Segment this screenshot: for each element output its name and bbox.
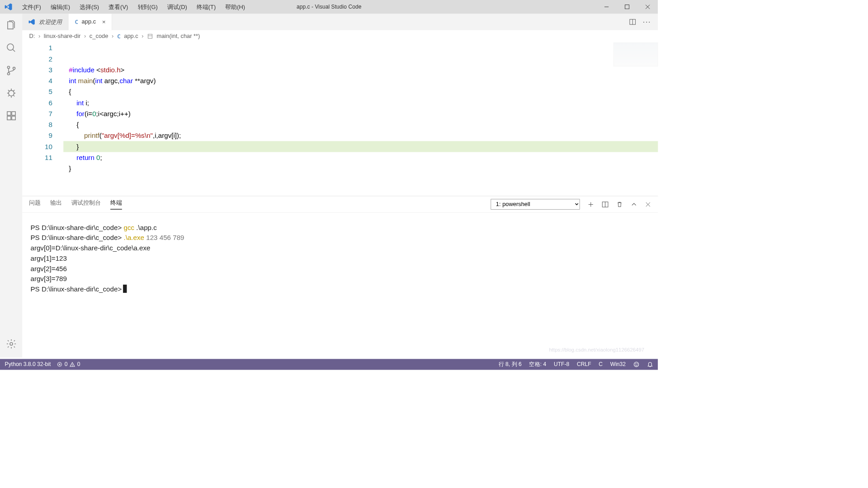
chevron-right-icon: ›	[112, 33, 113, 40]
status-python[interactable]: Python 3.8.0 32-bit	[5, 361, 51, 368]
svg-line-15	[13, 90, 14, 91]
menu-终端t[interactable]: 终端(T)	[192, 0, 220, 14]
status-os[interactable]: Win32	[610, 361, 626, 368]
tab-welcome[interactable]: 欢迎使用	[22, 14, 68, 30]
close-panel-icon[interactable]	[645, 201, 651, 207]
code-line[interactable]: return 0;	[63, 152, 658, 163]
svg-point-6	[7, 66, 9, 69]
split-editor-icon[interactable]	[629, 19, 636, 25]
split-terminal-icon[interactable]	[602, 201, 609, 208]
minimap[interactable]	[613, 42, 658, 66]
status-notifications[interactable]	[647, 361, 653, 368]
line-number: 8	[22, 119, 52, 130]
debug-activity[interactable]	[4, 86, 18, 100]
svg-rect-21	[12, 112, 15, 115]
terminal-output[interactable]: PS D:\linux-share-dir\c_code> gcc .\app.…	[22, 213, 658, 358]
breadcrumb-segment[interactable]: app.c	[124, 33, 138, 40]
menu-选择s[interactable]: 选择(S)	[75, 0, 104, 14]
svg-line-14	[8, 90, 9, 91]
line-number: 4	[22, 75, 52, 86]
status-encoding[interactable]: UTF-8	[554, 361, 569, 368]
svg-point-39	[637, 364, 637, 364]
chevron-up-icon[interactable]	[631, 201, 637, 208]
status-error-count: 0	[65, 361, 68, 368]
maximize-icon	[625, 5, 630, 9]
menu-调试d[interactable]: 调试(D)	[163, 0, 192, 14]
svg-line-17	[13, 95, 14, 96]
c-file-icon: C	[117, 33, 121, 40]
window-title: app.c - Visual Studio Code	[297, 4, 361, 10]
line-number: 7	[22, 108, 52, 119]
code-line[interactable]: {	[63, 119, 658, 130]
code-content[interactable]: #include <stdio.h>int main(int argc,char…	[63, 42, 658, 196]
line-number: 5	[22, 86, 52, 97]
panel-tab-2[interactable]: 调试控制台	[71, 199, 100, 209]
code-line[interactable]: printf("argv[%d]=%s\n",i,argv[i]);	[63, 130, 658, 141]
code-line[interactable]: #include <stdio.h>	[63, 65, 658, 75]
smiley-icon	[633, 361, 640, 368]
new-terminal-icon[interactable]	[587, 201, 594, 208]
vscode-logo-wrap	[0, 3, 17, 11]
panel-tab-3[interactable]: 终端	[110, 199, 122, 209]
menu-转到g[interactable]: 转到(G)	[133, 0, 163, 14]
menu-bar: 文件(F)编辑(E)选择(S)查看(V)转到(G)调试(D)终端(T)帮助(H)	[17, 0, 250, 14]
terminal-line: argv[1]=123	[30, 253, 650, 263]
editor-tabs: 欢迎使用 C app.c × ···	[22, 14, 658, 30]
tab-appc[interactable]: C app.c ×	[69, 14, 113, 30]
breadcrumb[interactable]: D:›linux-share-dir›c_code›Capp.c›main(in…	[22, 30, 658, 42]
maximize-button[interactable]	[617, 0, 637, 14]
panel-tab-0[interactable]: 问题	[29, 199, 41, 209]
settings-activity[interactable]	[4, 337, 18, 351]
svg-point-7	[7, 73, 9, 75]
menu-文件f[interactable]: 文件(F)	[17, 0, 46, 14]
breadcrumb-segment[interactable]: linux-share-dir	[44, 33, 81, 40]
scm-activity[interactable]	[4, 64, 18, 77]
code-line[interactable]: }	[63, 163, 658, 174]
more-actions-icon[interactable]: ···	[643, 18, 651, 27]
panel-tab-1[interactable]: 输出	[50, 199, 62, 209]
chevron-right-icon: ›	[38, 33, 40, 40]
line-gutter: 1234567891011	[22, 42, 63, 196]
titlebar: 文件(F)编辑(E)选择(S)查看(V)转到(G)调试(D)终端(T)帮助(H)…	[0, 0, 658, 14]
gear-icon	[6, 338, 17, 349]
activity-bar	[0, 14, 22, 357]
status-lang[interactable]: C	[599, 361, 603, 368]
close-button[interactable]	[637, 0, 658, 14]
error-icon	[57, 361, 62, 367]
menu-查看v[interactable]: 查看(V)	[104, 0, 133, 14]
explorer-activity[interactable]	[4, 19, 18, 32]
menu-编辑e[interactable]: 编辑(E)	[46, 0, 75, 14]
line-number: 1	[22, 42, 52, 53]
status-lncol[interactable]: 行 8, 列 6	[499, 361, 522, 368]
trash-icon[interactable]	[616, 201, 623, 208]
tab-close-button[interactable]: ×	[102, 19, 106, 26]
code-editor[interactable]: 1234567891011 #include <stdio.h>int main…	[22, 42, 658, 196]
terminal-line: argv[3]=789	[30, 274, 650, 284]
line-number: 6	[22, 97, 52, 108]
files-icon	[6, 20, 17, 31]
code-line[interactable]: for(i=0;i<argc;i++)	[63, 108, 658, 119]
breadcrumb-segment[interactable]: D:	[29, 33, 35, 40]
status-eol[interactable]: CRLF	[577, 361, 591, 368]
menu-帮助h[interactable]: 帮助(H)	[221, 0, 250, 14]
svg-point-22	[10, 343, 13, 345]
status-problems[interactable]: 0 0	[57, 361, 80, 368]
code-line[interactable]: int main(int argc,char **argv)	[63, 75, 658, 86]
status-spaces[interactable]: 空格: 4	[529, 361, 546, 368]
breadcrumb-segment[interactable]: c_code	[90, 33, 108, 40]
svg-rect-25	[148, 34, 152, 38]
breadcrumb-segment[interactable]: main(int, char **)	[156, 33, 200, 40]
code-line[interactable]: {	[63, 86, 658, 97]
svg-line-5	[13, 49, 15, 52]
code-line[interactable]: }	[63, 141, 658, 152]
tab-welcome-label: 欢迎使用	[39, 18, 62, 26]
terminal-line: PS D:\linux-share-dir\c_code> .\a.exe 12…	[30, 233, 650, 243]
status-feedback[interactable]	[633, 361, 640, 368]
search-activity[interactable]	[4, 41, 18, 55]
minimize-button[interactable]	[596, 0, 617, 14]
svg-point-4	[7, 44, 14, 50]
tab-actions: ···	[629, 14, 658, 30]
terminal-select[interactable]: 1: powershell	[491, 199, 580, 209]
code-line[interactable]: int i;	[63, 97, 658, 108]
extensions-activity[interactable]	[4, 109, 18, 122]
